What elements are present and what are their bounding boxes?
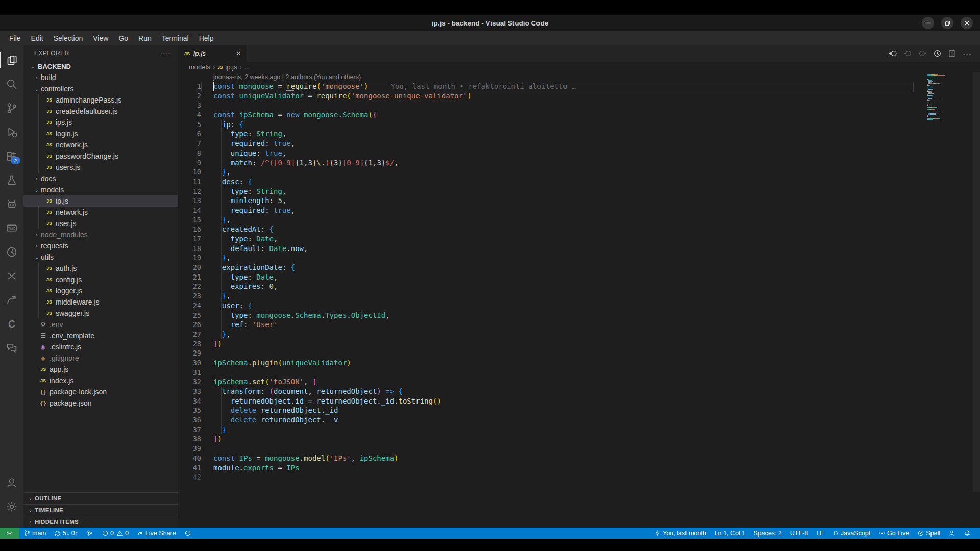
problems[interactable]: 00 <box>97 528 133 539</box>
code-line-1[interactable]: 1const mongoose = require('mongoose')You… <box>178 82 980 91</box>
restore-icon[interactable] <box>941 17 953 29</box>
tree-item-docs[interactable]: ›docs <box>23 173 178 184</box>
code-line-26[interactable]: 26 ref: 'User' <box>178 320 980 330</box>
line-number[interactable]: 33 <box>178 387 201 396</box>
code-line-42[interactable]: 42 <box>178 472 980 482</box>
testing-icon[interactable] <box>0 168 23 192</box>
code-line-36[interactable]: 36 delete returnedObject.__v <box>178 415 980 425</box>
code-line-38[interactable]: 38}) <box>178 434 980 444</box>
tree-item-logger-js[interactable]: JSlogger.js <box>23 285 178 296</box>
line-number[interactable]: 16 <box>178 224 201 234</box>
remote-indicator[interactable]: >< <box>0 528 19 539</box>
tree-item-requests[interactable]: ›requests <box>23 240 178 252</box>
indentation[interactable]: Spaces: 2 <box>749 528 786 539</box>
line-number[interactable]: 27 <box>178 330 201 339</box>
line-number[interactable]: 20 <box>178 263 201 272</box>
ribbon-icon[interactable] <box>0 264 23 288</box>
code-line-30[interactable]: 30ipSchema.plugin(uniqueValidator) <box>178 358 980 368</box>
cursor-position[interactable]: Ln 1, Col 1 <box>710 528 749 539</box>
code-line-31[interactable]: 31 <box>178 368 980 378</box>
code-line-12[interactable]: 12 type: String, <box>178 187 980 196</box>
line-number[interactable]: 34 <box>178 396 201 406</box>
menu-edit[interactable]: Edit <box>26 33 48 44</box>
line-number[interactable]: 8 <box>178 148 201 158</box>
code-line-18[interactable]: 18 default: Date.now, <box>178 244 980 254</box>
code-line-41[interactable]: 41module.exports = IPs <box>178 463 980 473</box>
tree-item-user-js[interactable]: JSuser.js <box>23 218 178 229</box>
run-debug-icon[interactable] <box>0 120 23 144</box>
menu-view[interactable]: View <box>88 33 113 44</box>
tree-item-users-js[interactable]: JSusers.js <box>23 162 178 173</box>
line-number[interactable]: 42 <box>178 472 201 482</box>
tree-item--env[interactable]: ⚙.env <box>23 319 178 330</box>
git-branch[interactable]: main <box>19 528 50 539</box>
line-number[interactable]: 18 <box>178 244 201 254</box>
tmc-icon[interactable]: TMC <box>0 216 23 240</box>
codelens-blame[interactable]: joonas-ris, 2 weeks ago | 2 authors (You… <box>178 72 980 82</box>
split-editor-icon[interactable] <box>948 49 957 58</box>
tree-item-app-js[interactable]: JSapp.js <box>23 364 178 375</box>
line-number[interactable]: 2 <box>178 91 201 101</box>
scrollbar[interactable] <box>973 72 980 492</box>
minimize-icon[interactable] <box>922 17 934 29</box>
explorer-icon[interactable] <box>0 48 23 72</box>
tree-item-swagger-js[interactable]: JSswagger.js <box>23 308 178 319</box>
section-timeline[interactable]: ›TIMELINE <box>23 504 178 516</box>
code-line-40[interactable]: 40const IPs = mongoose.model('IPs', ipSc… <box>178 454 980 463</box>
code-line-3[interactable]: 3 <box>178 101 980 110</box>
code-line-9[interactable]: 9 match: /^([0-9]{1,3}\.){3}[0-9]{1,3}$/… <box>178 158 980 168</box>
breadcrumb-item--[interactable]: … <box>244 63 251 71</box>
code-line-14[interactable]: 14 required: true, <box>178 206 980 215</box>
c-extension-icon[interactable]: C <box>0 312 23 336</box>
close-icon[interactable] <box>961 17 973 29</box>
code-line-17[interactable]: 17 type: Date, <box>178 234 980 244</box>
feedback[interactable] <box>944 528 960 539</box>
tree-item-config-js[interactable]: JSconfig.js <box>23 274 178 285</box>
robot-icon[interactable] <box>0 192 23 216</box>
prev-change-icon[interactable] <box>903 49 912 58</box>
tree-item-createdefaultuser-js[interactable]: JScreatedefaultuser.js <box>23 106 178 117</box>
line-number[interactable]: 9 <box>178 158 201 168</box>
search-icon[interactable] <box>0 72 23 96</box>
spell-checker[interactable]: Spell <box>913 528 944 539</box>
code-line-24[interactable]: 24 user: { <box>178 301 980 311</box>
code-line-10[interactable]: 10 }, <box>178 167 980 177</box>
code-line-21[interactable]: 21 type: Date, <box>178 272 980 282</box>
encoding[interactable]: UTF-8 <box>786 528 812 539</box>
code-line-20[interactable]: 20 expirationDate: { <box>178 263 980 272</box>
menu-selection[interactable]: Selection <box>48 33 88 44</box>
tree-item--eslintrc-js[interactable]: ◉.eslintrc.js <box>23 341 178 353</box>
code-line-15[interactable]: 15 }, <box>178 215 980 225</box>
line-number[interactable]: 31 <box>178 368 201 378</box>
tree-item-package-lock-json[interactable]: {}package-lock.json <box>23 386 178 397</box>
source-control-icon[interactable] <box>0 96 23 120</box>
tree-item-models[interactable]: ⌄models <box>23 184 178 195</box>
code-line-7[interactable]: 7 required: true, <box>178 139 980 148</box>
code-line-39[interactable]: 39 <box>178 444 980 454</box>
line-number[interactable]: 7 <box>178 139 201 148</box>
line-number[interactable]: 32 <box>178 377 201 387</box>
line-number[interactable]: 6 <box>178 129 201 139</box>
code-line-16[interactable]: 16 createdAt: { <box>178 224 980 234</box>
line-number[interactable]: 37 <box>178 425 201 435</box>
line-number[interactable]: 10 <box>178 167 201 177</box>
share-icon[interactable] <box>0 288 23 312</box>
live-share[interactable]: Live Share <box>133 528 180 539</box>
breadcrumb-item-models[interactable]: models <box>189 63 210 71</box>
prettier-check[interactable] <box>180 528 195 539</box>
line-number[interactable]: 29 <box>178 348 201 358</box>
timeline-icon[interactable] <box>933 49 942 58</box>
tree-item-auth-js[interactable]: JSauth.js <box>23 263 178 274</box>
line-number[interactable]: 24 <box>178 301 201 311</box>
eol[interactable]: LF <box>812 528 828 539</box>
code-line-33[interactable]: 33 transform: (document, returnedObject)… <box>178 387 980 396</box>
tree-item-ip-js[interactable]: JSip.js <box>23 195 178 207</box>
line-number[interactable]: 28 <box>178 339 201 349</box>
tree-item-controllers[interactable]: ⌄controllers <box>23 83 178 94</box>
line-number[interactable]: 23 <box>178 291 201 301</box>
line-number[interactable]: 26 <box>178 320 201 330</box>
git-blame[interactable]: You, last month <box>650 528 710 539</box>
tab-close-icon[interactable]: ✕ <box>236 49 241 57</box>
menu-file[interactable]: File <box>4 33 26 44</box>
line-number[interactable]: 17 <box>178 234 201 244</box>
